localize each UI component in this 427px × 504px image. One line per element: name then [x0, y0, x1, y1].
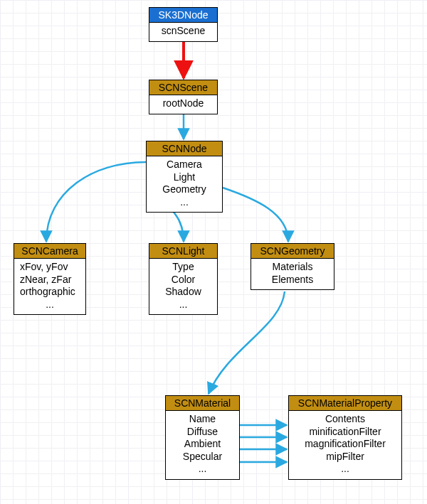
- node-scnnode: SCNNode Camera Light Geometry ...: [146, 141, 223, 213]
- node-item: zNear, zFar: [20, 274, 80, 286]
- node-item: ...: [155, 299, 211, 311]
- node-item: Ambient: [172, 438, 233, 451]
- node-header: SCNMaterialProperty: [289, 396, 401, 411]
- node-scncamera: SCNCamera xFov, yFov zNear, zFar orthogr…: [14, 243, 86, 315]
- node-item: Materials: [257, 261, 328, 274]
- node-item: Elements: [257, 274, 328, 286]
- node-scnlight: SCNLight Type Color Shadow ...: [149, 243, 218, 315]
- node-header: SCNCamera: [14, 244, 85, 259]
- node-header: SCNNode: [147, 141, 222, 156]
- node-scngeometry: SCNGeometry Materials Elements: [251, 243, 334, 290]
- node-item: Specular: [172, 451, 233, 463]
- node-header: SCNMaterial: [166, 396, 239, 411]
- node-item: Name: [172, 413, 233, 426]
- node-item: Color: [155, 274, 211, 286]
- node-item: Contents: [295, 413, 396, 426]
- node-item: Camera: [152, 159, 216, 171]
- node-scnmaterialproperty: SCNMaterialProperty Contents minificatio…: [288, 395, 402, 480]
- node-item: rootNode: [155, 97, 211, 110]
- node-item: orthographic: [20, 286, 80, 299]
- node-header: SCNGeometry: [251, 244, 334, 259]
- node-item: ...: [295, 463, 396, 476]
- node-scnmaterial: SCNMaterial Name Diffuse Ambient Specula…: [165, 395, 240, 480]
- node-body: Contents minificationFilter magnificatio…: [289, 411, 401, 479]
- node-item: Type: [155, 261, 211, 274]
- node-scnscene: SCNScene rootNode: [149, 80, 218, 114]
- node-item: ...: [152, 196, 216, 209]
- node-header: SK3DNode: [149, 8, 217, 23]
- node-item: Light: [152, 171, 216, 184]
- node-item: Geometry: [152, 183, 216, 196]
- node-body: Materials Elements: [251, 259, 334, 289]
- node-item: ...: [172, 463, 233, 476]
- node-body: Camera Light Geometry ...: [147, 156, 222, 212]
- node-body: scnScene: [149, 23, 217, 41]
- node-item: Shadow: [155, 286, 211, 299]
- node-item: xFov, yFov: [20, 261, 80, 274]
- node-body: xFov, yFov zNear, zFar orthographic ...: [14, 259, 85, 314]
- node-item: ...: [20, 299, 80, 311]
- node-header: SCNLight: [149, 244, 217, 259]
- node-item: scnScene: [155, 25, 211, 38]
- node-item: magnificationFilter: [295, 438, 396, 451]
- node-item: mipFilter: [295, 451, 396, 463]
- node-item: Diffuse: [172, 426, 233, 439]
- node-sk3dnode: SK3DNode scnScene: [149, 7, 218, 42]
- node-header: SCNScene: [149, 80, 217, 95]
- node-body: Name Diffuse Ambient Specular ...: [166, 411, 239, 479]
- node-body: rootNode: [149, 95, 217, 114]
- node-item: minificationFilter: [295, 426, 396, 439]
- node-body: Type Color Shadow ...: [149, 259, 217, 314]
